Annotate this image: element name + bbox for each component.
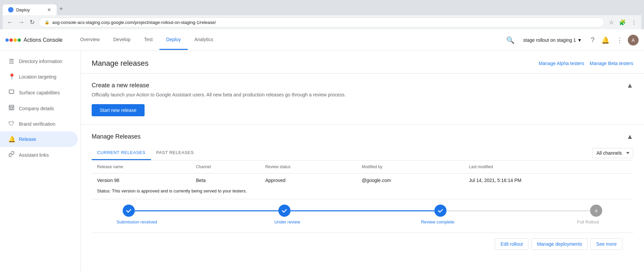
start-new-release-button[interactable]: Start new release	[92, 104, 145, 116]
tabs-container: CURRENT RELEASES PAST RELEASES All chann…	[92, 146, 633, 160]
google-logo	[5, 38, 21, 42]
bottom-actions: Edit rollout Manage deployments See more	[92, 233, 633, 255]
sidebar-item-directory[interactable]: ☰ Directory information	[0, 54, 78, 69]
create-release-collapse-button[interactable]: ▲	[626, 82, 633, 89]
col-modified-by: Modified by	[356, 160, 463, 174]
back-button[interactable]: ←	[5, 18, 14, 27]
progress-label-2[interactable]: Under review	[267, 219, 307, 224]
edit-rollout-button[interactable]: Edit rollout	[495, 238, 528, 250]
notifications-button[interactable]: 🔔	[599, 34, 612, 46]
cell-channel: Beta	[190, 174, 260, 187]
progress-label-4: Full Rollout	[568, 219, 608, 224]
tab-past-releases[interactable]: PAST RELEASES	[151, 146, 200, 160]
progress-container: 4 Submission received Under review Revie…	[92, 199, 633, 233]
status-cell: Status: This version is approved and is …	[92, 187, 633, 199]
manage-deployments-button[interactable]: Manage deployments	[531, 238, 588, 250]
project-selector[interactable]: stage rollout on staging 1 ▼	[519, 35, 586, 45]
sidebar-item-assistant-links[interactable]: Assistant links	[0, 147, 78, 163]
table-row[interactable]: Version 98 Beta Approved @google.com Jul…	[92, 174, 633, 187]
brand-icon: 🛡	[8, 120, 15, 127]
table-header: Release name Channel Review status Modif…	[92, 160, 633, 174]
header-right: 🔍 stage rollout on staging 1 ▼ ? 🔔 ⋮ A	[504, 34, 639, 46]
status-message: This version is approved and is currentl…	[112, 188, 247, 193]
bookmark-button[interactable]: ☆	[607, 18, 616, 27]
nav-tab-develop[interactable]: Develop	[106, 30, 137, 50]
sidebar-item-release[interactable]: 🔔 Release	[0, 131, 78, 147]
menu-button[interactable]: ⋮	[629, 18, 639, 27]
cell-last-modified: Jul 14, 2021, 5:16:14 PM	[464, 174, 633, 187]
page-header-actions: Manage Alpha testers Manage Beta testers	[539, 61, 633, 66]
release-icon: 🔔	[8, 135, 15, 143]
avatar[interactable]: A	[628, 35, 639, 46]
sidebar-item-brand[interactable]: 🛡 Brand verification	[0, 116, 78, 131]
forward-button[interactable]: →	[17, 18, 26, 27]
cell-modified-by: @google.com	[356, 174, 463, 187]
page-header: Manage releases Manage Alpha testers Man…	[81, 51, 644, 73]
tab-close-button[interactable]: ✕	[47, 7, 51, 12]
releases-table: Release name Channel Review status Modif…	[92, 160, 633, 199]
sidebar-label-assistant: Assistant links	[19, 152, 49, 158]
browser-toolbar: ← → ↻ 🔒 aog-console-acs-staging.corp.goo…	[3, 15, 641, 29]
sidebar-label-company: Company details	[19, 106, 54, 111]
project-dropdown-icon: ▼	[577, 37, 582, 43]
nav-tab-test[interactable]: Test	[137, 30, 159, 50]
manage-alpha-button[interactable]: Manage Alpha testers	[539, 61, 584, 66]
nav-tab-analytics[interactable]: Analytics	[188, 30, 220, 50]
status-row: Status: This version is approved and is …	[92, 187, 633, 199]
browser-tab[interactable]: Deploy ✕	[3, 4, 57, 15]
progress-step-1	[123, 205, 135, 217]
progress-label-1[interactable]: Submission received	[117, 219, 157, 224]
col-last-modified: Last modified	[464, 160, 633, 174]
create-release-section: Create a new release ▲ Officially launch…	[81, 73, 644, 125]
status-label: Status:	[97, 188, 111, 193]
sidebar-label-directory: Directory information	[19, 59, 62, 64]
svg-rect-1	[9, 90, 14, 94]
tab-current-releases[interactable]: CURRENT RELEASES	[92, 146, 151, 160]
extensions-button[interactable]: 🧩	[617, 18, 628, 27]
browser-tabs: Deploy ✕ +	[3, 3, 641, 15]
nav-tab-deploy[interactable]: Deploy	[159, 30, 188, 50]
manage-beta-button[interactable]: Manage Beta testers	[590, 61, 633, 66]
main-layout: ☰ Directory information 📍 Location targe…	[0, 51, 644, 272]
tab-title: Deploy	[16, 7, 30, 12]
logo-dot-blue	[5, 38, 9, 42]
table-body: Version 98 Beta Approved @google.com Jul…	[92, 174, 633, 199]
manage-releases-section: Manage Releases ▲ CURRENT RELEASES PAST …	[81, 125, 644, 263]
search-button[interactable]: 🔍	[504, 34, 517, 46]
logo-dot-green	[18, 38, 21, 42]
main-nav: Overview Develop Test Deploy Analytics	[73, 30, 220, 50]
content: Manage releases Manage Alpha testers Man…	[81, 51, 644, 272]
progress-label-3[interactable]: Review complete	[418, 219, 458, 224]
cell-release-name: Version 98	[92, 174, 190, 187]
logo-dot-red	[9, 38, 13, 42]
progress-step-3	[434, 205, 447, 217]
directory-icon: ☰	[8, 58, 15, 65]
help-button[interactable]: ?	[589, 34, 596, 46]
progress-line-3	[447, 210, 590, 211]
surface-icon	[8, 89, 15, 96]
step-4-number: 4	[595, 208, 597, 213]
more-options-button[interactable]: ⋮	[614, 34, 625, 46]
sidebar-label-location: Location targeting	[19, 74, 56, 80]
assistant-links-icon	[8, 151, 15, 159]
browser-chrome: Deploy ✕ + ← → ↻ 🔒 aog-console-acs-stagi…	[0, 0, 644, 29]
nav-tab-overview[interactable]: Overview	[73, 30, 106, 50]
project-name: stage rollout on staging 1	[523, 37, 576, 43]
manage-releases-title: Manage Releases	[92, 133, 141, 140]
new-tab-button[interactable]: +	[57, 3, 66, 15]
refresh-button[interactable]: ↻	[28, 17, 36, 27]
channel-select[interactable]: All channels Beta Production	[592, 148, 633, 158]
create-release-header: Create a new release ▲	[92, 82, 633, 89]
address-bar[interactable]: 🔒 aog-console-acs-staging.corp.google.co…	[39, 18, 604, 27]
sidebar-item-location[interactable]: 📍 Location targeting	[0, 69, 78, 85]
status-text: Status: This version is approved and is …	[97, 188, 628, 193]
manage-releases-header: Manage Releases ▲	[92, 133, 633, 141]
manage-releases-collapse-button[interactable]: ▲	[626, 133, 633, 141]
sidebar-item-surface[interactable]: Surface capabilities	[0, 85, 78, 100]
browser-actions: ☆ 🧩 ⋮	[607, 18, 639, 27]
sidebar-item-company[interactable]: Company details	[0, 100, 78, 116]
see-more-button[interactable]: See more	[590, 238, 622, 250]
app-name: Actions Console	[24, 37, 63, 43]
logo-area: Actions Console	[5, 37, 63, 43]
cell-review-status: Approved	[260, 174, 356, 187]
